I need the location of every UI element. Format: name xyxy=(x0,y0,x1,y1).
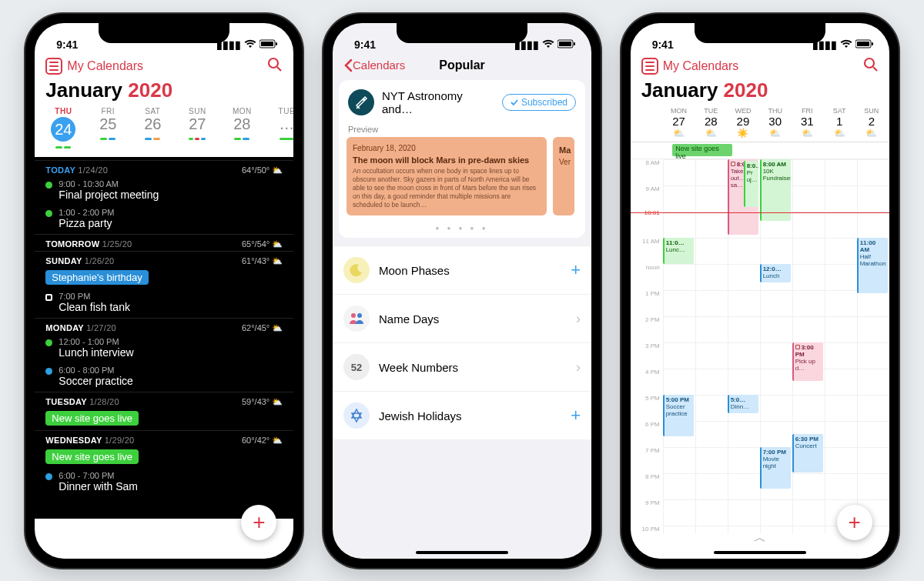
calendar-list: Moon Phases+Name Days›52Week Numbers›Jew… xyxy=(333,245,591,439)
week-event[interactable]: 5:00 PMSoccer practice xyxy=(663,395,695,436)
back-button[interactable]: Calendars xyxy=(343,58,405,72)
week-event[interactable]: 5:0…Dinn… xyxy=(728,395,759,413)
calendar-list-row[interactable]: Jewish Holidays+ xyxy=(333,391,591,439)
svg-rect-1 xyxy=(261,42,273,46)
wifi-icon xyxy=(542,38,554,51)
add-icon[interactable]: + xyxy=(571,260,581,280)
grid-body[interactable]: 11:0…Lunc…8:0Take out… S u sa…8:0…Pr oj…… xyxy=(663,159,889,534)
svg-point-8 xyxy=(351,313,356,318)
week-day-header[interactable]: MON27⛅ xyxy=(663,107,695,139)
event-color-dot xyxy=(45,339,52,346)
date-column[interactable]: THU24 xyxy=(41,107,85,149)
week-event[interactable]: 8:0…Pr oj… xyxy=(744,161,759,207)
calendar-list-row[interactable]: Name Days› xyxy=(333,294,591,342)
telescope-icon xyxy=(348,89,374,115)
allday-event[interactable]: New site goes live xyxy=(672,144,732,156)
featured-card[interactable]: NYT Astronomy and… Subscribed Preview Fe… xyxy=(339,80,585,239)
agenda-event[interactable]: 7:00 PMClean fish tank xyxy=(35,289,293,318)
svg-rect-6 xyxy=(559,42,571,46)
add-event-fab[interactable]: + xyxy=(837,505,872,540)
week-day-header[interactable]: SUN2⛅ xyxy=(855,107,888,139)
page-dots: ● ● ● ● ● xyxy=(339,222,585,238)
add-icon[interactable]: + xyxy=(571,406,581,426)
wifi-icon xyxy=(244,38,256,51)
home-indicator[interactable] xyxy=(416,551,508,554)
week-event[interactable]: 7:00 PMMovie night xyxy=(760,447,792,489)
search-icon[interactable] xyxy=(267,57,283,75)
month-label: January xyxy=(641,78,718,102)
week-event[interactable]: 3:00 PMPick up d… xyxy=(792,342,824,381)
agenda-event[interactable]: New site goes live xyxy=(35,409,293,430)
notch xyxy=(397,23,527,43)
agenda-day-header: WEDNESDAY 1/29/2060°/42° ⛅ xyxy=(35,430,293,447)
chevron-left-icon xyxy=(343,58,353,72)
subscribed-badge[interactable]: Subscribed xyxy=(502,94,576,111)
app-icon[interactable] xyxy=(45,58,62,75)
week-day-header[interactable]: WED29☀️ xyxy=(727,107,759,139)
date-column[interactable]: MON28 xyxy=(219,107,264,149)
allday-row: New site goes live xyxy=(631,142,889,159)
phone-left: 9:41 ▮▮▮▮ My Calendars January 2 xyxy=(25,14,303,568)
week-event[interactable]: 6:30 PMConcert xyxy=(792,434,824,472)
battery-icon xyxy=(855,38,874,51)
date-column[interactable]: SUN27 xyxy=(175,107,219,149)
chevron-right-icon: › xyxy=(576,359,581,376)
month-title: January 2020 xyxy=(35,77,293,107)
agenda-event[interactable]: 12:00 - 1:00 PMLunch interview xyxy=(35,335,293,363)
svg-point-9 xyxy=(357,313,362,318)
date-column[interactable]: TUE… xyxy=(264,107,293,149)
moon-icon xyxy=(343,257,370,283)
agenda-day-header: TUESDAY 1/28/2059°/43° ⛅ xyxy=(35,392,293,409)
agenda-event[interactable]: New site goes live xyxy=(35,447,293,469)
week-day-header[interactable]: SAT1⛅ xyxy=(823,107,855,139)
agenda-list[interactable]: TODAY 1/24/2064°/50° ⛅9:00 - 10:30 AMFin… xyxy=(35,157,293,519)
svg-line-14 xyxy=(873,67,877,71)
event-color-dot xyxy=(45,294,52,301)
agenda-event[interactable]: 9:00 - 10:30 AMFinal project meeting xyxy=(35,177,293,205)
expand-handle[interactable]: ︿ xyxy=(754,530,766,546)
agenda-event[interactable]: 6:00 - 7:00 PMDinner with Sam xyxy=(35,469,293,497)
week-grid[interactable]: New site goes live 8 AM9 AM11 AMnoon1 PM… xyxy=(631,142,889,534)
week-event[interactable]: 8:00 AM10K Fundraiser xyxy=(760,159,792,221)
event-color-dot xyxy=(45,182,52,189)
week-event[interactable]: 11:0…Lunc… xyxy=(663,238,695,264)
preview-card-peek[interactable]: Ma Ver xyxy=(553,137,574,216)
week-event[interactable]: 12:0…Lunch xyxy=(760,264,792,282)
nav-title[interactable]: My Calendars xyxy=(663,59,739,73)
add-event-fab[interactable]: + xyxy=(241,505,276,540)
sheet-header: Calendars Popular xyxy=(333,52,591,80)
preview-title: The moon will block Mars in pre-dawn ski… xyxy=(353,155,541,165)
search-icon[interactable] xyxy=(863,57,879,75)
home-indicator[interactable] xyxy=(118,551,210,554)
preview-body: An occultation occurs when one body in s… xyxy=(353,167,541,209)
people-icon xyxy=(343,306,370,332)
nav-title[interactable]: My Calendars xyxy=(67,59,143,73)
week-day-header[interactable]: FRI31⛅ xyxy=(792,107,824,139)
week-day-header[interactable]: TUE28⛅ xyxy=(695,107,727,139)
week-event[interactable]: 11:00 AMHalf Marathon xyxy=(857,238,889,293)
svg-rect-12 xyxy=(872,42,873,45)
home-indicator[interactable] xyxy=(714,551,806,554)
date-column[interactable]: SAT26 xyxy=(130,107,175,149)
app-icon[interactable] xyxy=(641,58,658,75)
svg-point-3 xyxy=(269,58,278,68)
calendar-list-row[interactable]: 52Week Numbers› xyxy=(333,342,591,391)
date-column[interactable]: FRI25 xyxy=(85,107,130,149)
battery-icon xyxy=(557,38,576,51)
status-time: 9:41 xyxy=(652,38,674,51)
date-strip[interactable]: THU24FRI25SAT26SUN27MON28TUE… xyxy=(35,107,293,157)
week-number-icon: 52 xyxy=(343,354,370,380)
week-header[interactable]: MON27⛅TUE28⛅WED29☀️THU30⛅FRI31⛅SAT1⛅SUN2… xyxy=(631,107,889,142)
agenda-event[interactable]: 1:00 - 2:00 PMPizza party xyxy=(35,205,293,234)
week-day-header[interactable]: THU30⛅ xyxy=(759,107,792,139)
calendar-list-row[interactable]: Moon Phases+ xyxy=(333,245,591,294)
preview-carousel[interactable]: February 18, 2020 The moon will block Ma… xyxy=(339,137,585,222)
preview-card[interactable]: February 18, 2020 The moon will block Ma… xyxy=(346,137,547,216)
agenda-event[interactable]: Stephanie's birthday xyxy=(35,268,293,289)
check-icon xyxy=(511,99,518,106)
event-color-dot xyxy=(45,368,52,375)
notch xyxy=(695,23,825,43)
month-label: January xyxy=(45,78,122,102)
agenda-event[interactable]: 6:00 - 8:00 PMSoccer practice xyxy=(35,363,293,392)
svg-rect-11 xyxy=(857,42,869,46)
